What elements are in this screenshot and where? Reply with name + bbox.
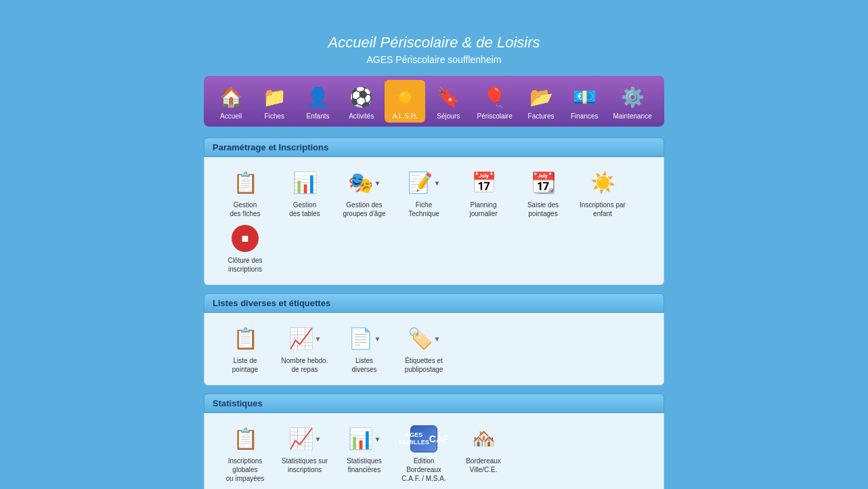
icon-img-bordereaux-caf: AGESFAMILLESCAF	[409, 424, 439, 454]
caf-icon: AGESFAMILLESCAF	[410, 425, 437, 452]
nav-bar: 🏠 Accueil 📁 Fiches 👤 Enfants ⚽ Activités…	[204, 76, 664, 127]
nav-label-maintenance: Maintenance	[613, 112, 651, 120]
icon-item-gestion-tables[interactable]: 📊 Gestiondes tables	[278, 168, 332, 218]
dropdown-arrow-fiche-technique[interactable]: ▼	[434, 179, 441, 187]
icon-label-etiquettes: Étiquettes etpublipostage	[405, 356, 443, 374]
icon-img-liste-pointage: 📋	[230, 324, 260, 354]
icon-item-stats-inscriptions[interactable]: 📈▼ Statistiques surinscriptions	[278, 424, 332, 474]
icon-label-inscriptions-enfant: Inscriptions parenfant	[580, 200, 626, 218]
icon-item-cloture[interactable]: ■ Clôture desinscriptions	[218, 224, 272, 274]
icon-label-fiche-technique: FicheTechnique	[408, 200, 439, 218]
nav-item-factures[interactable]: 📂 Factures	[521, 80, 561, 123]
icon-label-liste-pointage: Liste depointage	[232, 356, 258, 374]
icon-bordereaux-ville: 🏘️	[472, 429, 496, 448]
dropdown-arrow-stats-financieres[interactable]: ▼	[374, 435, 381, 443]
nav-item-maintenance[interactable]: ⚙️ Maintenance	[607, 80, 657, 123]
icon-item-bordereaux-ville[interactable]: 🏘️ BordereauxVille/C.E.	[456, 424, 511, 474]
icon-img-stats-financieres: 📊▼	[349, 424, 379, 454]
icon-item-liste-pointage[interactable]: 📋 Liste depointage	[218, 324, 272, 374]
icon-etiquettes: 🏷️	[408, 328, 433, 349]
icon-item-listes-diverses[interactable]: 📄▼ Listesdiverses	[337, 324, 391, 374]
icon-item-gestion-groupes[interactable]: 🎭▼ Gestion desgroupes d'âge	[337, 168, 391, 218]
page-subtitle: AGES Périscolaire soufflenheim	[204, 54, 664, 65]
icon-planning: 📅	[471, 173, 496, 193]
stop-icon: ■	[232, 225, 259, 252]
main-container: Accueil Périscolaire & de Loisirs AGES P…	[204, 34, 664, 489]
section-header-parametrage: Paramétrage et Inscriptions	[204, 137, 664, 157]
nav-icon-periscolaire: 🎈	[481, 83, 509, 111]
icon-img-saisie-pointages: 📆	[528, 168, 558, 198]
icon-item-etiquettes[interactable]: 🏷️▼ Étiquettes etpublipostage	[397, 324, 451, 374]
icon-img-inscriptions-enfant: ☀️	[588, 168, 617, 198]
nav-icon-finances: 💶	[570, 83, 599, 111]
nav-item-enfants[interactable]: 👤 Enfants	[298, 80, 339, 123]
icon-nombre-hebdo: 📈	[288, 328, 313, 349]
section-statistiques: Statistiques 📋 Inscriptionsglobalesou im…	[204, 394, 664, 489]
icon-img-inscriptions-globales: 📋	[230, 424, 260, 454]
section-header-listes: Listes diverses et étiquettes	[204, 293, 664, 313]
icon-item-planning[interactable]: 📅 Planningjournalier	[456, 168, 511, 218]
icon-img-listes-diverses: 📄▼	[349, 324, 379, 354]
nav-label-accueil: Accueil	[220, 112, 242, 120]
icon-liste-pointage: 📋	[233, 328, 258, 349]
icon-item-inscriptions-globales[interactable]: 📋 Inscriptionsglobalesou impayées	[218, 424, 272, 483]
nav-icon-alsh: ☀️	[391, 83, 419, 111]
icon-img-bordereaux-ville: 🏘️	[469, 424, 498, 454]
icon-item-saisie-pointages[interactable]: 📆 Saisie despointages	[516, 168, 570, 218]
icon-img-nombre-hebdo: 📈▼	[290, 324, 320, 354]
sections-container: Paramétrage et Inscriptions 📋 Gestiondes…	[204, 137, 664, 489]
icon-gestion-tables: 📊	[292, 173, 318, 193]
nav-item-fiches[interactable]: 📁 Fiches	[254, 80, 295, 123]
nav-item-periscolaire[interactable]: 🎈 Périscolaire	[472, 80, 518, 123]
dropdown-arrow-gestion-groupes[interactable]: ▼	[374, 179, 381, 187]
nav-label-enfants: Enfants	[307, 112, 330, 120]
dropdown-arrow-etiquettes[interactable]: ▼	[434, 335, 441, 343]
icon-item-stats-financieres[interactable]: 📊▼ Statistiquesfinancières	[337, 424, 391, 474]
icon-inscriptions-enfant: ☀️	[590, 173, 615, 193]
section-body-statistiques: 📋 Inscriptionsglobalesou impayées 📈▼ Sta…	[204, 413, 664, 489]
icon-label-stats-inscriptions: Statistiques surinscriptions	[282, 456, 328, 474]
nav-icon-maintenance: ⚙️	[618, 83, 647, 111]
icon-listes-diverses: 📄	[348, 328, 373, 349]
icon-label-inscriptions-globales: Inscriptionsglobalesou impayées	[226, 456, 265, 483]
icon-img-gestion-groupes: 🎭▼	[349, 168, 379, 198]
icon-item-fiche-technique[interactable]: 📝▼ FicheTechnique	[397, 168, 451, 218]
nav-icon-sejours: 🔖	[434, 83, 462, 111]
dropdown-arrow-stats-inscriptions[interactable]: ▼	[315, 435, 322, 443]
icon-item-bordereaux-caf[interactable]: AGESFAMILLESCAF EditionBordereauxC.A.F. …	[397, 424, 451, 483]
section-parametrage: Paramétrage et Inscriptions 📋 Gestiondes…	[204, 137, 664, 285]
icon-img-gestion-fiches: 📋	[230, 168, 260, 198]
icon-item-gestion-fiches[interactable]: 📋 Gestiondes fiches	[218, 168, 272, 218]
nav-item-alsh[interactable]: ☀️ A.L.S.H.	[385, 80, 425, 123]
icon-item-inscriptions-enfant[interactable]: ☀️ Inscriptions parenfant	[576, 168, 630, 218]
icon-label-nombre-hebdo: Nombre hebdo.de repas	[282, 356, 328, 374]
icon-img-gestion-tables: 📊	[290, 168, 320, 198]
nav-item-activites[interactable]: ⚽ Activités	[341, 80, 382, 123]
nav-icon-accueil: 🏠	[217, 83, 245, 111]
nav-icon-enfants: 👤	[304, 83, 332, 111]
nav-item-accueil[interactable]: 🏠 Accueil	[211, 80, 251, 123]
icon-label-cloture: Clôture desinscriptions	[227, 256, 262, 274]
icon-img-cloture: ■	[230, 224, 260, 253]
dropdown-arrow-nombre-hebdo[interactable]: ▼	[315, 335, 322, 343]
nav-icon-factures: 📂	[527, 83, 555, 111]
section-body-listes: 📋 Liste depointage 📈▼ Nombre hebdo.de re…	[204, 313, 664, 385]
nav-item-finances[interactable]: 💶 Finances	[564, 80, 605, 123]
icon-gestion-fiches: 📋	[233, 173, 258, 193]
icon-label-gestion-fiches: Gestiondes fiches	[230, 200, 260, 218]
section-header-statistiques: Statistiques	[204, 394, 664, 413]
nav-label-activites: Activités	[349, 112, 374, 120]
nav-label-factures: Factures	[528, 112, 555, 120]
icon-stats-financieres: 📊	[348, 429, 373, 449]
nav-label-fiches: Fiches	[265, 112, 284, 120]
nav-icon-fiches: 📁	[260, 83, 288, 111]
icon-stats-inscriptions: 📈	[288, 429, 313, 449]
icon-item-nombre-hebdo[interactable]: 📈▼ Nombre hebdo.de repas	[278, 324, 332, 374]
icon-label-planning: Planningjournalier	[469, 200, 497, 218]
icon-label-bordereaux-ville: BordereauxVille/C.E.	[466, 456, 501, 474]
nav-item-sejours[interactable]: 🔖 Séjours	[428, 80, 469, 123]
icon-saisie-pointages: 📆	[531, 173, 556, 193]
dropdown-arrow-listes-diverses[interactable]: ▼	[374, 335, 381, 343]
page-title: Accueil Périscolaire & de Loisirs	[204, 34, 664, 51]
nav-label-finances: Finances	[571, 112, 599, 120]
